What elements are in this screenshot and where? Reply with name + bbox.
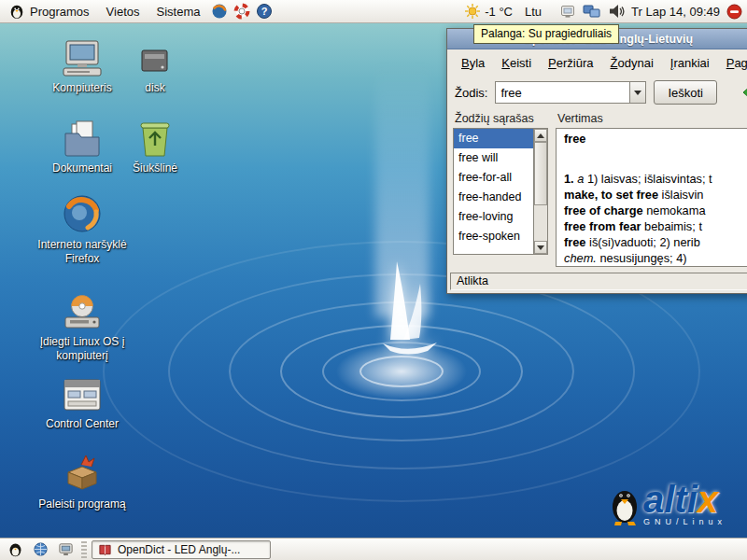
taskbar-button-label: OpenDict - LED Anglų-... (118, 543, 240, 556)
menu-vietos[interactable]: Vietos (98, 0, 148, 22)
window-statusbar: Atlikta (447, 271, 747, 293)
baltix-tagline: GNU/Linux (643, 517, 726, 526)
desktop-icon-label: Interneto naršyklė Firefox (26, 238, 138, 266)
desktop-icon-run-program[interactable]: Paleisti programą (26, 452, 138, 511)
red-notification-icon[interactable] (726, 4, 742, 20)
headword: free (564, 132, 747, 147)
monitor-icon (58, 541, 74, 557)
penguin-icon (609, 482, 641, 526)
help-launcher[interactable]: ? (253, 0, 275, 22)
control-center-icon (61, 377, 104, 414)
search-label: Žodis: (455, 86, 487, 100)
dictionary-book-icon (98, 543, 112, 556)
scroll-down-icon[interactable] (534, 241, 547, 254)
search-input[interactable] (496, 82, 629, 103)
globe-panel-button[interactable] (29, 539, 51, 560)
wordlist-item[interactable]: free-handed (454, 188, 533, 207)
desktop-icon-control-center[interactable]: Control Center (26, 377, 138, 431)
run-program-icon (61, 452, 104, 495)
wordlist-box: free free will free-for-all free-handed … (453, 128, 548, 255)
wordlist-item[interactable]: free-loving (454, 207, 533, 227)
wordlist-label: Žodžių sąrašas (455, 112, 548, 125)
desktop-icon-firefox[interactable]: Interneto naršyklė Firefox (26, 192, 138, 266)
baltix-icon (7, 541, 23, 557)
lifesaver-launcher[interactable] (231, 0, 253, 22)
documents-folder-icon (62, 119, 103, 159)
keyboard-layout-indicator[interactable]: Ltu (521, 5, 545, 19)
wordlist-item[interactable]: free-for-all (454, 168, 533, 188)
firefox-icon (61, 192, 104, 235)
weather-applet[interactable]: -1 °C (462, 3, 514, 20)
firefox-launcher[interactable] (208, 0, 231, 22)
translation-line: make, to set free išlaisvin (564, 187, 747, 203)
menu-label: Programos (30, 5, 90, 19)
baltix-menu-icon (8, 3, 25, 20)
chevron-down-icon (634, 91, 641, 99)
opendict-window: OpenDict - LED Anglų-Lietuvių Byla Keist… (446, 28, 747, 294)
recycle-bin-icon (135, 118, 175, 159)
weather-temp: -1 °C (485, 5, 513, 19)
desktop-icon-label: Paleisti programą (38, 497, 125, 511)
menu-keisti[interactable]: Keisti (493, 52, 540, 74)
light-beam (375, 65, 430, 317)
back-arrow-icon[interactable] (742, 84, 747, 101)
combo-dropdown-button[interactable] (629, 82, 645, 103)
menu-pagalba[interactable]: Pagalba (718, 52, 747, 74)
translation-textarea[interactable]: free 1. a 1) laisvas; išlaisvintas; t ma… (556, 128, 747, 267)
menu-label: Sistema (156, 5, 200, 19)
network-monitors-icon[interactable] (583, 3, 601, 20)
display-applet-icon[interactable] (559, 3, 576, 20)
computer-icon (60, 39, 105, 78)
install-cd-icon (61, 293, 104, 332)
wordlist-scrollbar[interactable] (533, 129, 547, 254)
translation-line: free iš(si)vaduoti; 2) nerib (564, 234, 747, 250)
baltix-wordmark: altix (643, 483, 726, 516)
disk-drive-icon (136, 43, 174, 78)
menu-perziura[interactable]: Peržiūra (540, 52, 601, 74)
desktop-icon-install-linux[interactable]: Įdiegti Linux OS į kompiuterį (26, 293, 138, 363)
desktop-icon-label: Šiukšlinė (133, 161, 177, 175)
status-text: Atlikta (450, 273, 747, 290)
volume-icon[interactable] (608, 3, 625, 20)
menu-byla[interactable]: Byla (453, 52, 493, 74)
svg-text:?: ? (261, 6, 268, 17)
wordlist-item[interactable]: free (454, 129, 533, 148)
sailboat-illustration (366, 254, 450, 361)
bottom-panel: OpenDict - LED Anglų-... (0, 538, 747, 560)
desktop-icon-disk[interactable]: disk (99, 43, 211, 95)
desktop-icon-label: Control Center (46, 417, 119, 431)
lifesaver-icon (233, 3, 250, 20)
menu-zodynai[interactable]: Žodynai (602, 52, 662, 74)
baltix-desktop-logo: altix GNU/Linux (609, 482, 726, 526)
scroll-up-icon[interactable] (534, 129, 547, 142)
menu-sistema[interactable]: Sistema (148, 0, 208, 22)
baltix-panel-button[interactable] (4, 539, 26, 560)
translation-line: 1. a 1) laisvas; išlaisvintas; t (564, 171, 747, 187)
word-combo (495, 81, 646, 104)
wordlist-pane: Žodžių sąrašas free free will free-for-a… (453, 111, 548, 267)
taskbar-button-opendict[interactable]: OpenDict - LED Anglų-... (92, 540, 271, 559)
search-button[interactable]: Ieškoti (654, 80, 717, 105)
scrollbar-thumb[interactable] (534, 142, 547, 205)
translation-line: free from fear bebaimis; t (564, 218, 747, 234)
panel-handle[interactable] (81, 541, 87, 558)
window-menubar: Byla Keisti Peržiūra Žodynai Įrankiai Pa… (447, 49, 747, 76)
menu-label: Vietos (106, 5, 140, 19)
firefox-icon (211, 3, 228, 20)
sun-icon (464, 3, 481, 20)
translation-line: chem. nesusijungęs; 4) (564, 250, 747, 266)
screenshot-panel-button[interactable] (54, 539, 77, 560)
wordlist-item[interactable]: free will (454, 148, 533, 168)
window-content: Žodžių sąrašas free free will free-for-a… (447, 109, 747, 271)
globe-icon (33, 541, 49, 557)
translation-label: Vertimas (557, 112, 747, 125)
clock-applet[interactable]: Tr Lap 14, 09:49 (631, 5, 720, 19)
pane-splitter[interactable] (548, 111, 556, 267)
wordlist-item[interactable]: free-spoken (454, 227, 533, 246)
desktop-icon-trash[interactable]: Šiukšlinė (99, 118, 211, 175)
translation-pane: Vertimas free 1. a 1) laisvas; išlaisvin… (556, 111, 747, 267)
menu-irankiai[interactable]: Įrankiai (662, 52, 718, 74)
menu-programos[interactable]: Programos (0, 0, 98, 22)
desktop-icon-label: disk (145, 81, 164, 95)
desktop-icon-label: Įdiegti Linux OS į kompiuterį (26, 335, 138, 363)
